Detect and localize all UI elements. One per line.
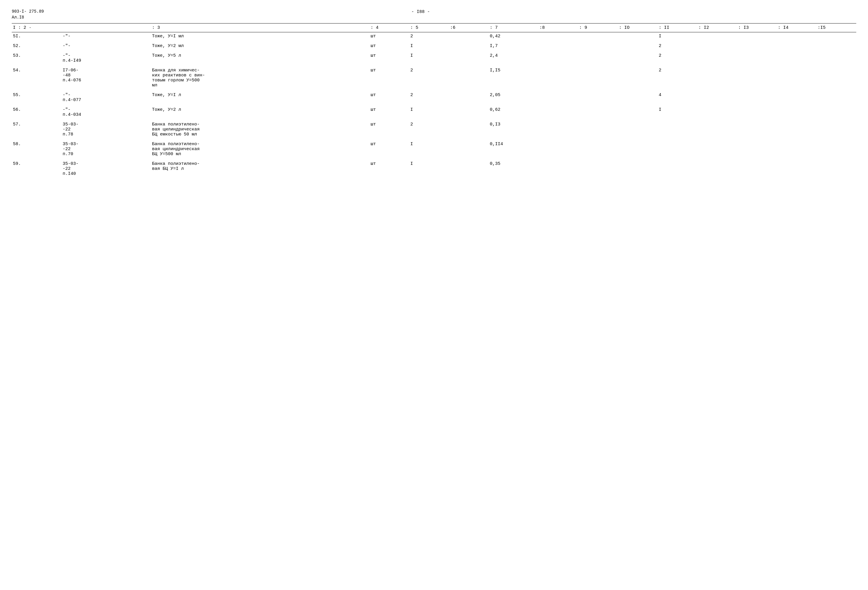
row-col6 bbox=[449, 66, 489, 89]
row-col5: 2 bbox=[409, 121, 449, 138]
row-col11: I bbox=[657, 32, 697, 41]
row-col12 bbox=[697, 42, 737, 50]
row-col4: шт bbox=[369, 140, 409, 158]
row-col6 bbox=[449, 91, 489, 104]
row-col14 bbox=[777, 140, 816, 158]
row-col10 bbox=[618, 32, 657, 41]
table-row: 52.-"-Тоже, У=2 млштII,72 bbox=[12, 42, 856, 50]
row-col14 bbox=[777, 106, 816, 119]
col-header-5: : 5 bbox=[409, 24, 449, 32]
col-header-6: :6 bbox=[449, 24, 489, 32]
main-table: I : 2 · : 3 : 4 : 5 :6 : 7 :8 : 9 : IO :… bbox=[12, 24, 856, 178]
row-description: Тоже, У=2 мл bbox=[151, 42, 369, 50]
row-col10 bbox=[618, 140, 657, 158]
row-col7: 0,42 bbox=[489, 32, 538, 41]
row-col8 bbox=[538, 42, 578, 50]
row-description: Банка полиэтилено-вая цилиндрическаяБЦ е… bbox=[151, 121, 369, 138]
row-col14 bbox=[777, 91, 816, 104]
row-col5: 2 bbox=[409, 91, 449, 104]
row-col6 bbox=[449, 32, 489, 41]
row-description: Банка полиэтилено-вая цилиндрическаяБЦ У… bbox=[151, 140, 369, 158]
row-number: 57. bbox=[12, 121, 62, 138]
row-col15 bbox=[816, 91, 856, 104]
col-header-7: : 7 bbox=[489, 24, 538, 32]
row-number: 58. bbox=[12, 140, 62, 158]
row-col13 bbox=[737, 106, 776, 119]
row-col9 bbox=[578, 91, 618, 104]
row-col13 bbox=[737, 32, 776, 41]
row-col4: шт bbox=[369, 32, 409, 41]
row-col9 bbox=[578, 106, 618, 119]
row-col12 bbox=[697, 106, 737, 119]
table-row: 57.35-03--22п.78Банка полиэтилено-вая ци… bbox=[12, 121, 856, 138]
row-col9 bbox=[578, 66, 618, 89]
row-col8 bbox=[538, 32, 578, 41]
row-col5: I bbox=[409, 160, 449, 178]
row-col6 bbox=[449, 42, 489, 50]
row-col7: 0,62 bbox=[489, 106, 538, 119]
row-col15 bbox=[816, 32, 856, 41]
row-code: 35-03--22п.70 bbox=[62, 140, 151, 158]
row-col8 bbox=[538, 160, 578, 178]
row-col12 bbox=[697, 52, 737, 65]
row-number: 54. bbox=[12, 66, 62, 89]
row-col8 bbox=[538, 106, 578, 119]
col-header-13: : I3 bbox=[737, 24, 776, 32]
row-col13 bbox=[737, 66, 776, 89]
row-description: Тоже, У=I мл bbox=[151, 32, 369, 41]
row-col9 bbox=[578, 121, 618, 138]
row-col5: I bbox=[409, 42, 449, 50]
row-col12 bbox=[697, 140, 737, 158]
row-number: 59. bbox=[12, 160, 62, 178]
table-row: 53.-"-п.4-I49Тоже, У=5 лштI2,42 bbox=[12, 52, 856, 65]
row-description: Тоже, У=5 л bbox=[151, 52, 369, 65]
row-col15 bbox=[816, 140, 856, 158]
row-col7: 2,05 bbox=[489, 91, 538, 104]
row-col11 bbox=[657, 121, 697, 138]
row-description: Банка для химичес-ких реактивов с вин-то… bbox=[151, 66, 369, 89]
row-col10 bbox=[618, 42, 657, 50]
row-col6 bbox=[449, 106, 489, 119]
row-col11 bbox=[657, 140, 697, 158]
row-code: -"-п.4-034 bbox=[62, 106, 151, 119]
row-col13 bbox=[737, 52, 776, 65]
row-col11 bbox=[657, 160, 697, 178]
table-row: 56.-"-п.4-034Тоже, У=2 лштI0,62I bbox=[12, 106, 856, 119]
row-number: 56. bbox=[12, 106, 62, 119]
row-col8 bbox=[538, 140, 578, 158]
row-col12 bbox=[697, 32, 737, 41]
row-col7: 2,4 bbox=[489, 52, 538, 65]
col-header-4: : 4 bbox=[369, 24, 409, 32]
row-col10 bbox=[618, 121, 657, 138]
row-col4: шт bbox=[369, 66, 409, 89]
row-col15 bbox=[816, 66, 856, 89]
row-number: 55. bbox=[12, 91, 62, 104]
row-code: 35-03--22п.I40 bbox=[62, 160, 151, 178]
row-col7: 0,II4 bbox=[489, 140, 538, 158]
row-col13 bbox=[737, 121, 776, 138]
row-code: -"-п.4-077 bbox=[62, 91, 151, 104]
row-col5: I bbox=[409, 140, 449, 158]
row-col8 bbox=[538, 91, 578, 104]
row-col6 bbox=[449, 52, 489, 65]
row-description: Тоже, У=I л bbox=[151, 91, 369, 104]
row-number: 52. bbox=[12, 42, 62, 50]
row-col4: шт bbox=[369, 91, 409, 104]
col-header-3: : 3 bbox=[151, 24, 369, 32]
row-col9 bbox=[578, 160, 618, 178]
row-col11: 2 bbox=[657, 52, 697, 65]
row-col11: I bbox=[657, 106, 697, 119]
row-col4: шт bbox=[369, 42, 409, 50]
header-code-line2: Ал.I8 bbox=[12, 15, 44, 21]
col-header-9: : 9 bbox=[578, 24, 618, 32]
row-col9 bbox=[578, 32, 618, 41]
row-col14 bbox=[777, 42, 816, 50]
col-header-12: : I2 bbox=[697, 24, 737, 32]
row-col15 bbox=[816, 52, 856, 65]
row-col4: шт bbox=[369, 106, 409, 119]
row-col8 bbox=[538, 121, 578, 138]
row-col14 bbox=[777, 32, 816, 41]
table-row: 59.35-03--22п.I40Банка полиэтилено-вая Б… bbox=[12, 160, 856, 178]
row-col13 bbox=[737, 42, 776, 50]
row-number: 53. bbox=[12, 52, 62, 65]
